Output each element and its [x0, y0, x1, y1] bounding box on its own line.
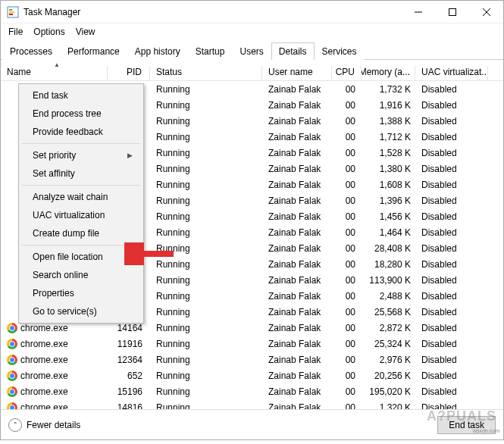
tab-processes[interactable]: Processes — [2, 42, 60, 60]
cell-uac: Disabled — [415, 355, 488, 365]
cell-pid: 15196 — [108, 386, 150, 397]
cell-status: Running — [150, 227, 262, 238]
cell-user: Zainab Falak — [262, 307, 332, 317]
col-header-user[interactable]: User name — [262, 66, 332, 80]
tab-performance[interactable]: Performance — [60, 42, 127, 60]
cell-cpu: 00 — [332, 164, 362, 174]
cell-memory: 25,324 K — [362, 339, 415, 349]
menu-uac-virtualization[interactable]: UAC virtualization — [20, 206, 142, 224]
menu-create-dump-file[interactable]: Create dump file — [20, 224, 142, 242]
tab-users[interactable]: Users — [232, 42, 271, 60]
column-headers: ▲ Name PID Status User name CPU Memory (… — [1, 60, 503, 81]
cell-memory: 1,456 K — [362, 211, 415, 222]
cell-status: Running — [150, 291, 262, 302]
cell-uac: Disabled — [415, 259, 488, 270]
cell-memory: 1,528 K — [362, 148, 415, 158]
cell-status: Running — [150, 275, 262, 286]
cell-memory: 2,488 K — [362, 291, 415, 302]
svg-rect-1 — [9, 9, 12, 11]
chrome-icon — [7, 339, 17, 349]
cell-uac: Disabled — [415, 180, 488, 190]
cell-cpu: 00 — [332, 259, 362, 270]
menu-search-online[interactable]: Search online — [20, 266, 142, 284]
menu-set-priority[interactable]: Set priority▶ — [20, 146, 142, 164]
cell-user: Zainab Falak — [262, 211, 332, 222]
cell-uac: Disabled — [415, 386, 488, 397]
cell-uac: Disabled — [415, 84, 488, 95]
menu-view[interactable]: View — [76, 27, 95, 37]
menu-set-affinity[interactable]: Set affinity — [20, 164, 142, 183]
col-header-cpu[interactable]: CPU — [332, 66, 362, 80]
cell-pid: 14816 — [108, 402, 150, 410]
submenu-arrow-icon: ▶ — [127, 152, 133, 159]
cell-memory: 2,872 K — [362, 323, 415, 333]
tab-details[interactable]: Details — [271, 42, 315, 60]
cell-memory: 1,320 K — [362, 402, 415, 410]
menu-go-to-services[interactable]: Go to service(s) — [20, 302, 142, 320]
close-button[interactable] — [469, 1, 503, 23]
cell-cpu: 00 — [332, 195, 362, 206]
tab-services[interactable]: Services — [315, 42, 365, 60]
menu-provide-feedback[interactable]: Provide feedback — [20, 123, 142, 141]
cell-user: Zainab Falak — [262, 195, 332, 206]
cell-memory: 1,916 K — [362, 100, 415, 111]
cell-status: Running — [150, 355, 262, 365]
menu-open-file-location[interactable]: Open file location — [20, 248, 142, 266]
svg-rect-5 — [449, 8, 455, 15]
cell-cpu: 00 — [332, 132, 362, 142]
col-header-pid[interactable]: PID — [108, 66, 150, 80]
col-header-status[interactable]: Status — [150, 66, 262, 80]
cell-uac: Disabled — [415, 307, 488, 317]
cell-user: Zainab Falak — [262, 371, 332, 381]
menu-options[interactable]: Options — [33, 27, 64, 37]
menu-set-priority-label: Set priority — [33, 150, 76, 161]
cell-memory: 1,732 K — [362, 84, 415, 95]
table-row[interactable]: chrome.exe12364RunningZainab Falak002,97… — [1, 352, 503, 367]
cell-memory: 20,256 K — [362, 371, 415, 381]
cell-status: Running — [150, 116, 262, 127]
cell-name: chrome.exe — [1, 323, 108, 333]
table-row[interactable]: chrome.exe15196RunningZainab Falak00195,… — [1, 383, 503, 399]
col-header-uac[interactable]: UAC virtualizat... — [415, 66, 488, 80]
fewer-details-button[interactable]: ˄ Fewer details — [8, 418, 431, 432]
cell-uac: Disabled — [415, 116, 488, 127]
cell-user: Zainab Falak — [262, 116, 332, 127]
cell-user: Zainab Falak — [262, 243, 332, 254]
cell-user: Zainab Falak — [262, 323, 332, 333]
menu-create-dump-file-label: Create dump file — [33, 228, 99, 239]
menu-uac-virtualization-label: UAC virtualization — [33, 210, 105, 220]
menu-end-process-tree[interactable]: End process tree — [20, 105, 142, 123]
svg-rect-3 — [9, 14, 13, 15]
cell-uac: Disabled — [415, 339, 488, 349]
menu-file[interactable]: File — [8, 27, 23, 37]
cell-cpu: 00 — [332, 227, 362, 238]
watermark-brand: A?PUALS — [427, 408, 496, 424]
chrome-icon — [7, 323, 17, 333]
cell-cpu: 00 — [332, 323, 362, 333]
menu-properties[interactable]: Properties — [20, 284, 142, 302]
maximize-button[interactable] — [435, 1, 469, 23]
table-row[interactable]: chrome.exe652RunningZainab Falak0020,256… — [1, 367, 503, 383]
cell-uac: Disabled — [415, 243, 488, 254]
cell-uac: Disabled — [415, 291, 488, 302]
table-row[interactable]: chrome.exe11916RunningZainab Falak0025,3… — [1, 336, 503, 352]
menu-separator — [22, 185, 140, 186]
cell-cpu: 00 — [332, 180, 362, 190]
cell-cpu: 00 — [332, 243, 362, 254]
cell-name: chrome.exe — [1, 339, 108, 349]
chrome-icon — [7, 355, 17, 365]
cell-user: Zainab Falak — [262, 100, 332, 111]
minimize-button[interactable] — [401, 1, 435, 23]
window-title: Task Manager — [23, 7, 401, 17]
menu-analyze-wait-chain[interactable]: Analyze wait chain — [20, 188, 142, 206]
cell-user: Zainab Falak — [262, 84, 332, 95]
cell-user: Zainab Falak — [262, 291, 332, 302]
col-header-memory[interactable]: Memory (a... — [362, 66, 415, 80]
cell-cpu: 00 — [332, 211, 362, 222]
tab-app-history[interactable]: App history — [127, 42, 188, 60]
cell-user: Zainab Falak — [262, 132, 332, 142]
cell-uac: Disabled — [415, 323, 488, 333]
menu-analyze-wait-chain-label: Analyze wait chain — [33, 192, 108, 202]
menu-end-task[interactable]: End task — [20, 86, 142, 105]
tab-startup[interactable]: Startup — [188, 42, 233, 60]
